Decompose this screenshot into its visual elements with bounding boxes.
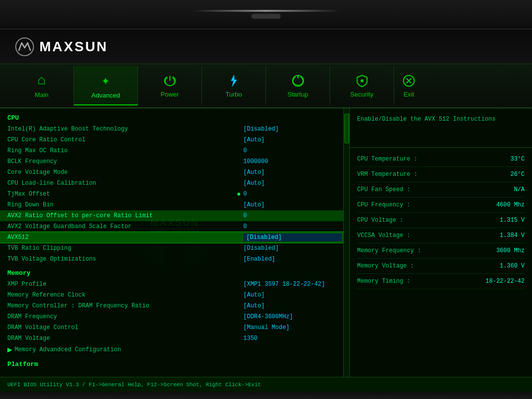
setting-dram-voltage-ctrl[interactable]: DRAM Voltage Control [Manual Mode] (0, 322, 349, 333)
bios-nav: ⌂ Main ✦ Advanced Power Turbo (0, 64, 532, 108)
bios-screen: MAXSUN ⌂ Main ✦ Advanced Power (0, 30, 532, 392)
settings-panel: MAXSUN GAMING FINEX B760 CPU Intel(R) Ad… (0, 108, 350, 377)
stat-vccsa-voltage: VCCSA Voltage : 1.384 V (357, 228, 525, 243)
startup-icon (291, 74, 305, 88)
setting-ring-max[interactable]: Ring Max OC Ratio 0 (0, 145, 349, 156)
bezel-bottom (0, 392, 532, 399)
group-label-platform: Platform (0, 359, 349, 370)
setting-adaptive-boost[interactable]: Intel(R) Adaptive Boost Technology [Disa… (0, 124, 349, 134)
info-panel: Enable/Disable the AVX 512 Instructions … (350, 108, 532, 377)
setting-tvb-voltage[interactable]: TVB Voltage Optimizations [Enabled] (0, 254, 349, 265)
group-label-cpu: CPU (0, 112, 349, 124)
dot-indicator: ● (237, 190, 241, 198)
setting-core-voltage-mode[interactable]: Core Voltage Mode [Auto] (0, 167, 349, 178)
help-section: Enable/Disable the AVX 512 Instructions (350, 108, 532, 148)
setting-mem-advanced[interactable]: ▶ Memory Advandced Configuration (0, 344, 349, 356)
nav-tab-main[interactable]: ⌂ Main (10, 66, 74, 105)
exit-icon (402, 74, 416, 88)
setting-dram-freq[interactable]: DRAM Frequency [DDR4-3600MHz] (0, 311, 349, 322)
submenu-arrow: ▶ (7, 345, 12, 355)
stats-section: CPU Temperature : 33°C VRM Temperature :… (350, 148, 532, 377)
stat-cpu-freq: CPU Frequency : 4600 Mhz (357, 198, 525, 213)
security-label: Security (350, 91, 373, 98)
nav-tab-startup[interactable]: Startup (266, 66, 330, 105)
help-text: Enable/Disable the AVX 512 Instructions (357, 116, 496, 123)
stat-cpu-voltage: CPU Voltage : 1.315 V (357, 213, 525, 228)
power-label: Power (161, 91, 179, 98)
nav-tab-power[interactable]: Power (138, 66, 202, 105)
bios-header: MAXSUN (0, 30, 532, 64)
stat-mem-voltage: Memory Voltage : 1.360 V (357, 259, 525, 274)
turbo-icon (227, 74, 241, 88)
advanced-icon: ✦ (101, 72, 110, 89)
svg-point-5 (361, 79, 364, 82)
advanced-label: Advanced (92, 92, 120, 99)
setting-avx512[interactable]: AVX512 [Disabled] (0, 232, 349, 243)
setting-core-ratio[interactable]: CPU Core Ratio Control [Auto] (0, 134, 349, 145)
setting-loadline[interactable]: CPU Load-line Calibration [Auto] (0, 178, 349, 189)
stat-mem-freq: Memory Frequency : 3600 Mhz (357, 243, 525, 259)
settings-list: MAXSUN GAMING FINEX B760 CPU Intel(R) Ad… (0, 108, 349, 377)
nav-tab-advanced[interactable]: ✦ Advanced (74, 66, 138, 105)
setting-ring-down-bin[interactable]: Ring Down Bin [Auto] (0, 200, 349, 210)
svg-marker-2 (231, 75, 237, 87)
main-label: Main (34, 91, 48, 99)
setting-avx2-ratio[interactable]: AVX2 Ratio Offset to per-core Ratio Limi… (0, 210, 349, 221)
turbo-label: Turbo (226, 91, 242, 98)
scrollbar[interactable] (343, 108, 349, 377)
setting-mem-controller-ratio[interactable]: Memory Controller : DRAM Frequency Ratio… (0, 300, 349, 311)
setting-avx2-voltage[interactable]: AVX2 Voltage Guardband Scale Factor 0 (0, 221, 349, 232)
bezel-top (0, 0, 532, 30)
bezel-line (192, 10, 340, 12)
bios-main: MAXSUN GAMING FINEX B760 CPU Intel(R) Ad… (0, 108, 532, 377)
stat-vrm-temp: VRM Temperature : 26°C (357, 167, 525, 182)
brand-name: MAXSUN (39, 39, 108, 55)
power-icon (163, 74, 177, 88)
group-label-memory: Memory (0, 267, 349, 279)
setting-mem-ref-clock[interactable]: Memory Reference Clock [Auto] (0, 290, 349, 300)
setting-dram-voltage[interactable]: DRAM Voltage 1350 (0, 333, 349, 344)
logo-area: MAXSUN (15, 37, 108, 57)
setting-xmp-profile[interactable]: XMP Profile [XMP1 3597 18-22-22-42] (0, 279, 349, 290)
main-icon: ⌂ (37, 73, 46, 88)
stat-mem-timing: Memory Timing : 18-22-22-42 (357, 274, 525, 289)
security-icon (355, 74, 369, 88)
exit-label: Exit (403, 91, 414, 98)
scroll-thumb[interactable] (344, 114, 349, 143)
nav-tab-exit[interactable]: Exit (394, 66, 424, 105)
nav-tab-security[interactable]: Security (330, 66, 394, 105)
setting-bclk[interactable]: BCLK Frequency 1000000 (0, 156, 349, 167)
stat-cpu-temp: CPU Temperature : 33°C (357, 152, 525, 167)
camera-bump (251, 14, 281, 19)
setting-tvb-ratio[interactable]: TVB Ratio Clipping [Disabled] (0, 243, 349, 254)
startup-label: Startup (288, 91, 308, 98)
maxsun-logo-icon (15, 37, 34, 57)
nav-tab-turbo[interactable]: Turbo (202, 66, 266, 105)
status-bar: UEFI BIOS Utility V1.3 / F1->General Hel… (0, 377, 532, 392)
stat-fan-speed: CPU Fan Speed : N/A (357, 182, 525, 198)
statusbar-text: UEFI BIOS Utility V1.3 / F1->General Hel… (7, 382, 261, 388)
setting-tjmax[interactable]: TjMax Offset ● 0 (0, 189, 349, 200)
